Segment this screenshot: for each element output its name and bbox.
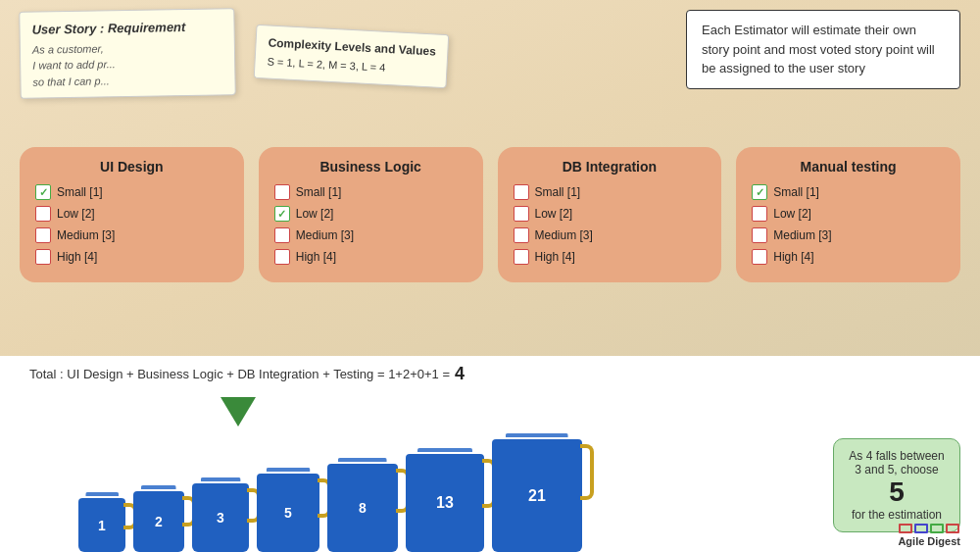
checkbox-item-3-0[interactable]: Small [1] — [752, 184, 945, 200]
bucket-label-4: 8 — [359, 500, 367, 516]
total-value: 4 — [455, 364, 465, 384]
bucket-wrapper-3: 5 — [257, 474, 319, 552]
checkbox-item-1-3[interactable]: High [4] — [274, 249, 467, 265]
checkbox-item-3-2[interactable]: Medium [3] — [752, 227, 945, 243]
top-section: User Story : Requirement As a customer, … — [0, 10, 980, 97]
checkbox-label-1-2: Medium [3] — [296, 228, 354, 242]
bucket-label-6: 21 — [528, 487, 546, 505]
checkbox-item-0-0[interactable]: Small [1] — [35, 184, 228, 200]
bucket-label-1: 2 — [155, 514, 163, 529]
checkbox-0-1[interactable] — [35, 206, 51, 222]
bucket-handle-6 — [580, 444, 594, 500]
checkbox-label-0-1: Low [2] — [57, 207, 95, 221]
checkbox-2-2[interactable] — [514, 227, 529, 243]
bottom-section: Total : UI Design + Business Logic + DB … — [0, 356, 980, 552]
checkbox-item-1-0[interactable]: Small [1] — [274, 184, 467, 200]
bucket-label-2: 3 — [217, 510, 224, 526]
bucket-0: 1 — [78, 498, 125, 552]
checkbox-label-3-1: Low [2] — [773, 207, 811, 221]
estimator-card-3: Manual testingSmall [1]Low [2]Medium [3]… — [736, 147, 960, 282]
user-story-title: User Story : Requirement — [31, 17, 221, 39]
checkbox-1-3[interactable] — [274, 249, 290, 265]
card-title-0: UI Design — [35, 159, 228, 175]
agile-logo: Agile Digest — [898, 524, 960, 547]
bucket-6: 21 — [492, 439, 582, 552]
checkbox-label-0-0: Small [1] — [57, 185, 103, 199]
checkbox-3-3[interactable] — [752, 249, 767, 265]
estimation-value: 5 — [848, 477, 946, 508]
logo-square-1 — [899, 524, 912, 533]
checkbox-label-3-3: High [4] — [773, 250, 813, 264]
estimator-card-2: DB IntegrationSmall [1]Low [2]Medium [3]… — [498, 147, 722, 282]
total-line: Total : UI Design + Business Logic + DB … — [0, 356, 980, 392]
checkbox-1-1[interactable] — [274, 206, 290, 222]
user-story-line3: so that I can p... — [32, 71, 222, 90]
checkbox-item-0-1[interactable]: Low [2] — [35, 206, 228, 222]
bucket-5: 13 — [406, 454, 484, 552]
checkbox-label-3-0: Small [1] — [773, 185, 819, 199]
checkbox-label-0-2: Medium [3] — [57, 228, 115, 242]
checkbox-2-1[interactable] — [514, 206, 529, 222]
checkbox-0-0[interactable] — [35, 184, 51, 200]
total-label: Total : UI Design + Business Logic + DB … — [29, 367, 450, 381]
logo-icons — [899, 524, 959, 533]
estimation-text3: for the estimation — [852, 508, 942, 522]
checkbox-item-2-1[interactable]: Low [2] — [514, 206, 707, 222]
checkbox-item-0-3[interactable]: High [4] — [35, 249, 228, 265]
info-text: Each Estimator will estimate their own s… — [702, 23, 935, 75]
checkbox-label-0-3: High [4] — [57, 250, 97, 264]
info-box: Each Estimator will estimate their own s… — [686, 10, 960, 89]
bucket-wrapper-4: 8 — [327, 464, 398, 552]
agile-label: Agile Digest — [898, 535, 960, 547]
card-title-2: DB Integration — [514, 159, 707, 175]
estimation-text1: As 4 falls between — [849, 449, 944, 463]
checkbox-label-2-1: Low [2] — [535, 207, 573, 221]
checkbox-label-2-2: Medium [3] — [535, 228, 593, 242]
checkbox-0-3[interactable] — [35, 249, 51, 265]
estimator-card-0: UI DesignSmall [1]Low [2]Medium [3]High … — [20, 147, 244, 282]
checkbox-label-1-1: Low [2] — [296, 207, 334, 221]
user-story-card: User Story : Requirement As a customer, … — [19, 8, 236, 99]
estimation-box: As 4 falls between 3 and 5, choose 5 for… — [833, 438, 960, 532]
checkbox-item-0-2[interactable]: Medium [3] — [35, 227, 228, 243]
bucket-wrapper-5: 13 — [406, 454, 484, 552]
checkbox-label-1-3: High [4] — [296, 250, 336, 264]
checkbox-2-3[interactable] — [514, 249, 529, 265]
bucket-wrapper-0: 1 — [78, 498, 125, 552]
checkbox-3-2[interactable] — [752, 227, 767, 243]
bucket-wrapper-6: 21 — [492, 439, 582, 552]
logo-square-4 — [946, 524, 959, 533]
checkbox-3-1[interactable] — [752, 206, 767, 222]
bucket-2: 3 — [192, 483, 249, 552]
estimation-text2: 3 and 5, choose — [855, 463, 938, 477]
bucket-label-0: 1 — [98, 518, 106, 533]
checkbox-item-2-3[interactable]: High [4] — [514, 249, 707, 265]
checkbox-1-2[interactable] — [274, 227, 290, 243]
checkbox-item-3-1[interactable]: Low [2] — [752, 206, 945, 222]
checkbox-item-3-3[interactable]: High [4] — [752, 249, 945, 265]
checkbox-label-1-0: Small [1] — [296, 185, 342, 199]
estimator-section: UI DesignSmall [1]Low [2]Medium [3]High … — [20, 147, 960, 282]
bucket-wrapper-1: 2 — [133, 491, 184, 552]
bucket-label-3: 5 — [284, 505, 292, 521]
card-title-3: Manual testing — [752, 159, 945, 175]
checkbox-label-2-0: Small [1] — [535, 185, 581, 199]
checkbox-0-2[interactable] — [35, 227, 51, 243]
checkbox-item-1-2[interactable]: Medium [3] — [274, 227, 467, 243]
checkbox-1-0[interactable] — [274, 184, 290, 200]
bucket-wrapper-2: 3 — [192, 483, 249, 552]
bucket-3: 5 — [257, 474, 319, 552]
complexity-card: Complexity Levels and Values S = 1, L = … — [254, 25, 450, 88]
checkbox-item-1-1[interactable]: Low [2] — [274, 206, 467, 222]
checkbox-item-2-2[interactable]: Medium [3] — [514, 227, 707, 243]
checkbox-item-2-0[interactable]: Small [1] — [514, 184, 707, 200]
checkbox-3-0[interactable] — [752, 184, 767, 200]
checkbox-2-0[interactable] — [514, 184, 529, 200]
green-arrow-icon — [220, 397, 256, 427]
checkbox-label-3-2: Medium [3] — [773, 228, 831, 242]
logo-square-2 — [914, 524, 928, 533]
card-title-1: Business Logic — [274, 159, 467, 175]
bucket-label-5: 13 — [436, 494, 454, 512]
logo-square-3 — [930, 524, 944, 533]
estimator-card-1: Business LogicSmall [1]Low [2]Medium [3]… — [259, 147, 483, 282]
